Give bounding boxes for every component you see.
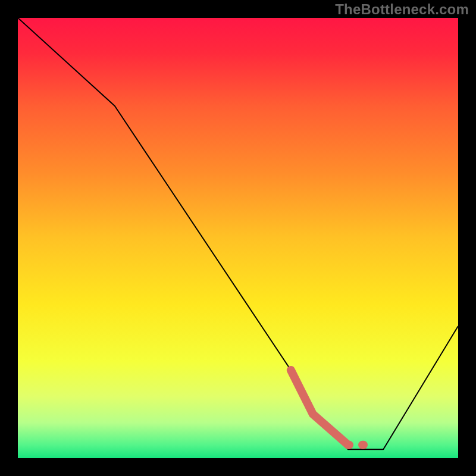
bottleneck-chart (0, 0, 476, 476)
gradient-background (18, 18, 458, 458)
chart-container: TheBottleneck.com (0, 0, 476, 476)
watermark-text: TheBottleneck.com (335, 1, 469, 18)
